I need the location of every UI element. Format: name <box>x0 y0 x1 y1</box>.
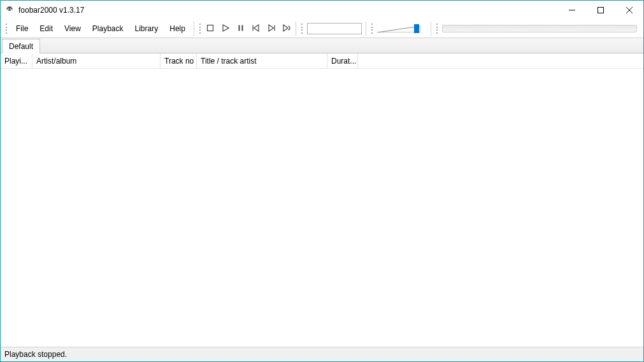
minimize-button[interactable] <box>557 1 586 20</box>
random-icon <box>282 24 291 34</box>
next-button[interactable] <box>265 22 278 35</box>
next-icon <box>267 24 276 34</box>
menu-toolbar-row: File Edit View Playback Library Help <box>1 20 643 38</box>
tab-default[interactable]: Default <box>2 39 40 53</box>
menu-view[interactable]: View <box>59 22 87 36</box>
random-button[interactable] <box>280 22 293 35</box>
pause-button[interactable] <box>234 22 247 35</box>
status-text: Playback stopped. <box>4 350 67 359</box>
playlist-area[interactable] <box>1 69 643 347</box>
previous-button[interactable] <box>250 22 262 35</box>
svg-rect-3 <box>597 8 603 13</box>
toolbar-grip-icon[interactable] <box>370 22 374 35</box>
progress-bar[interactable] <box>442 25 637 32</box>
column-playing[interactable]: Playi... <box>1 53 32 68</box>
toolbar-separator <box>366 22 366 36</box>
column-title[interactable]: Title / track artist <box>197 53 327 68</box>
column-artist[interactable]: Artist/album <box>32 53 161 68</box>
svg-point-0 <box>8 8 9 10</box>
toolbar-grip-icon[interactable] <box>4 22 8 35</box>
svg-marker-11 <box>254 25 259 31</box>
svg-marker-12 <box>269 25 274 31</box>
stop-icon <box>206 24 214 34</box>
menu-edit[interactable]: Edit <box>34 22 59 36</box>
svg-rect-6 <box>207 25 213 31</box>
maximize-button[interactable] <box>586 1 615 20</box>
close-button[interactable] <box>615 1 643 20</box>
toolbar-grip-icon[interactable] <box>198 22 202 35</box>
volume-slider[interactable] <box>377 22 427 35</box>
toolbar-separator <box>431 22 431 36</box>
menu-library[interactable]: Library <box>129 22 164 36</box>
window-controls <box>557 1 643 20</box>
title-bar: foobar2000 v1.3.17 <box>1 1 643 20</box>
toolbar-separator <box>296 22 296 36</box>
app-window: foobar2000 v1.3.17 File Edit View Playba… <box>0 0 644 362</box>
svg-marker-7 <box>223 25 229 31</box>
play-icon <box>222 24 229 34</box>
svg-marker-14 <box>283 25 288 31</box>
column-trackno[interactable]: Track no <box>161 53 197 68</box>
svg-point-1 <box>10 8 11 10</box>
seek-bar[interactable] <box>307 23 362 34</box>
menu-help[interactable]: Help <box>164 22 191 36</box>
toolbar-separator <box>194 22 194 36</box>
playback-buttons <box>204 22 293 35</box>
playlist-tabs: Default <box>1 38 643 53</box>
menu-playback[interactable]: Playback <box>87 22 129 36</box>
status-bar: Playback stopped. <box>1 347 643 361</box>
app-icon <box>4 5 15 15</box>
play-button[interactable] <box>219 22 232 35</box>
stop-button[interactable] <box>204 22 217 35</box>
toolbar-grip-icon[interactable] <box>435 22 439 35</box>
previous-icon <box>252 24 261 34</box>
column-duration[interactable]: Durat... <box>327 53 358 68</box>
title-bar-left: foobar2000 v1.3.17 <box>4 5 84 15</box>
toolbar-grip-icon[interactable] <box>300 22 304 35</box>
volume-thumb[interactable] <box>414 24 419 33</box>
pause-icon <box>237 24 245 34</box>
window-title: foobar2000 v1.3.17 <box>18 6 84 15</box>
menu-file[interactable]: File <box>10 22 34 36</box>
column-headers: Playi... Artist/album Track no Title / t… <box>1 53 643 69</box>
